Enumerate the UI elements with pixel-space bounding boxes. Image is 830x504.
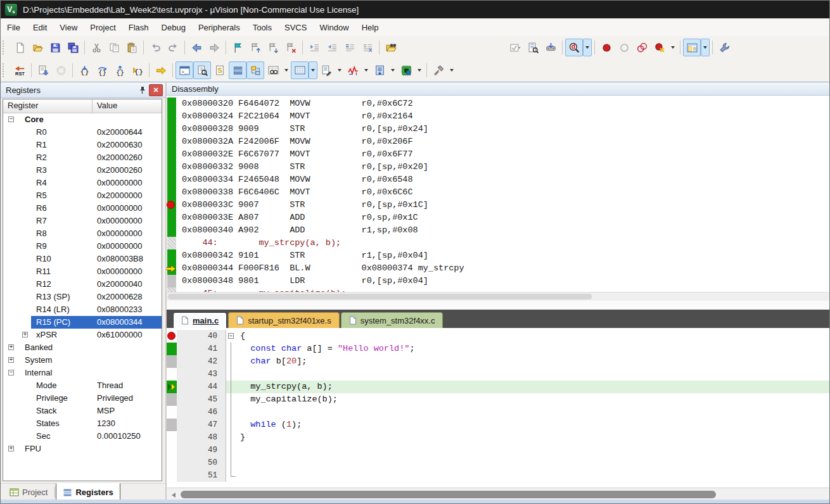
navigate-back-button[interactable] xyxy=(188,39,205,56)
disassembly-window-button[interactable] xyxy=(193,61,211,79)
analysis-window-button-dropdown[interactable] xyxy=(362,61,371,79)
coverage-gutter[interactable] xyxy=(167,237,176,249)
tree-expander-expand[interactable]: + xyxy=(8,446,14,451)
register-row-banked[interactable]: +Banked xyxy=(3,341,162,354)
register-row-fpu[interactable]: +FPU xyxy=(3,443,162,455)
editor-gutter[interactable] xyxy=(167,343,177,355)
register-row-internal[interactable]: −Internal xyxy=(3,367,162,379)
system-viewer-button-dropdown[interactable] xyxy=(415,61,424,79)
cut-button[interactable] xyxy=(87,39,105,56)
menu-flash[interactable]: Flash xyxy=(122,20,155,35)
reset-button[interactable]: RST xyxy=(11,61,29,79)
run-button[interactable] xyxy=(34,61,52,79)
command-window-button[interactable]: >_ xyxy=(176,61,193,79)
system-viewer-button[interactable] xyxy=(397,61,415,79)
disassembly-line[interactable]: 0x08000342 9101 STR r1,[sp,#0x04] xyxy=(167,249,829,262)
menu-view[interactable]: View xyxy=(53,20,84,35)
register-row-r7[interactable]: R70x00000000 xyxy=(3,215,162,227)
register-row-r9[interactable]: R90x00000000 xyxy=(3,240,162,253)
kill-all-breakpoints-button-dropdown[interactable] xyxy=(668,39,677,56)
register-row-r12[interactable]: R120x20000040 xyxy=(3,278,162,291)
breakpoint-marker[interactable] xyxy=(167,201,175,209)
disassembly-line[interactable]: 0x08000328 9009 STR r0,[sp,#0x24] xyxy=(167,123,829,135)
analysis-window-button[interactable]: t xyxy=(344,61,362,79)
register-row-system[interactable]: +System xyxy=(3,354,162,367)
clear-bookmarks-button[interactable] xyxy=(282,39,300,56)
window-layout-button[interactable] xyxy=(683,39,701,56)
menu-svcs[interactable]: SVCS xyxy=(278,20,313,35)
coverage-gutter[interactable] xyxy=(167,161,176,173)
indent-button[interactable] xyxy=(305,39,323,56)
new-file-button[interactable] xyxy=(11,39,29,56)
disassembly-hscroll-thumb[interactable] xyxy=(168,294,592,299)
uncomment-selection-button[interactable] xyxy=(359,39,376,56)
disassembly-line[interactable]: 0x08000334 F2465048 MOVW r0,#0x6548 xyxy=(167,173,829,186)
register-row-sec[interactable]: Sec0.00010250 xyxy=(3,430,162,443)
register-column-header[interactable]: Register xyxy=(3,99,93,113)
register-row-r8[interactable]: R80x00000000 xyxy=(3,227,162,240)
disassembly-line[interactable]: 0x08000348 9801 LDR r0,[sp,#0x04] xyxy=(167,275,829,287)
bottom-tab-project[interactable]: Project xyxy=(3,484,54,501)
bottom-tab-registers[interactable]: Registers xyxy=(56,483,120,501)
register-row-r13-sp-[interactable]: R13 (SP)0x20000628 xyxy=(3,291,162,303)
stop-button[interactable] xyxy=(52,61,70,79)
tree-expander-expand[interactable]: + xyxy=(22,332,28,337)
tree-expander-expand[interactable]: + xyxy=(8,357,14,363)
coverage-gutter[interactable] xyxy=(167,211,176,224)
editor-gutter[interactable] xyxy=(167,431,177,444)
disassembly-line[interactable]: 45: my_capitalize(b); xyxy=(167,287,829,292)
register-row-states[interactable]: States1230 xyxy=(3,417,162,430)
flash-download-button[interactable] xyxy=(542,39,559,56)
paste-button[interactable] xyxy=(123,39,141,56)
disable-all-breakpoints-button[interactable] xyxy=(633,39,651,56)
trace-window-button[interactable] xyxy=(371,61,388,79)
register-row-r1[interactable]: R10x20000630 xyxy=(3,139,162,151)
step-over-button[interactable]: {} xyxy=(93,61,111,79)
coverage-gutter[interactable] xyxy=(167,287,176,292)
coverage-gutter[interactable] xyxy=(167,275,176,287)
editor-gutter[interactable] xyxy=(167,355,177,368)
save-all-button[interactable] xyxy=(64,39,82,56)
editor-tab-system-stm32f4xx-c[interactable]: system_stm32f4xx.c xyxy=(341,312,444,328)
editor-gutter[interactable] xyxy=(167,393,177,406)
editor-tab-startup-stm32f401xe-s[interactable]: startup_stm32f401xe.s xyxy=(228,312,340,328)
register-row-r2[interactable]: R20x20000260 xyxy=(3,151,162,164)
unindent-button[interactable] xyxy=(323,39,341,56)
disassembly-line[interactable]: 44: my_strcpy(a, b); xyxy=(167,237,829,249)
disassembly-line[interactable]: 0x08000338 F6C6406C MOVT r0,#0x6C6C xyxy=(167,186,829,199)
disassembly-line[interactable]: 0x08000340 A902 ADD r1,sp,#0x08 xyxy=(167,224,829,237)
register-row-mode[interactable]: ModeThread xyxy=(3,379,162,392)
undo-button[interactable] xyxy=(146,39,164,56)
editor-gutter[interactable] xyxy=(167,457,177,469)
register-row-r0[interactable]: R00x20000644 xyxy=(3,126,162,139)
toolbox-button-dropdown[interactable] xyxy=(447,61,456,79)
kill-all-breakpoints-button[interactable] xyxy=(651,39,668,56)
register-row-r11[interactable]: R110x00000000 xyxy=(3,265,162,278)
window-layout-button-dropdown[interactable] xyxy=(701,39,710,56)
disable-breakpoint-button[interactable] xyxy=(615,39,633,56)
serial-window-button-dropdown[interactable] xyxy=(335,61,344,79)
code-line-46[interactable]: 46 xyxy=(167,406,829,419)
coverage-gutter[interactable] xyxy=(167,249,176,262)
menu-project[interactable]: Project xyxy=(84,20,122,35)
coverage-gutter[interactable] xyxy=(167,224,176,237)
disassembly-line[interactable]: 0x0800032E F6C67077 MOVT r0,#0x6F77 xyxy=(167,148,829,161)
register-row-r6[interactable]: R60x00000000 xyxy=(3,202,162,215)
disassembly-line[interactable]: 0x08000332 9008 STR r0,[sp,#0x20] xyxy=(167,161,829,173)
editor-gutter[interactable] xyxy=(167,419,177,431)
menu-file[interactable]: File xyxy=(1,20,27,35)
value-column-header[interactable]: Value xyxy=(93,99,162,113)
step-out-button[interactable]: {} xyxy=(111,61,129,79)
navigate-forward-button[interactable] xyxy=(205,39,223,56)
memory-window-button-dropdown[interactable] xyxy=(309,61,317,79)
configure-button[interactable] xyxy=(715,39,733,56)
menu-peripherals[interactable]: Peripherals xyxy=(192,20,246,35)
menu-tools[interactable]: Tools xyxy=(246,20,278,35)
insert-breakpoint-button[interactable] xyxy=(597,39,615,56)
register-row-privilege[interactable]: PrivilegePrivileged xyxy=(3,392,162,405)
trace-window-button-dropdown[interactable] xyxy=(388,61,397,79)
run-to-line-button[interactable]: {} xyxy=(129,61,146,79)
disassembly-line[interactable]: 0x08000324 F2C21064 MOVT r0,#0x2164 xyxy=(167,110,829,123)
show-next-statement-button[interactable] xyxy=(152,61,170,79)
code-line-47[interactable]: 47 while (1); xyxy=(167,419,829,431)
